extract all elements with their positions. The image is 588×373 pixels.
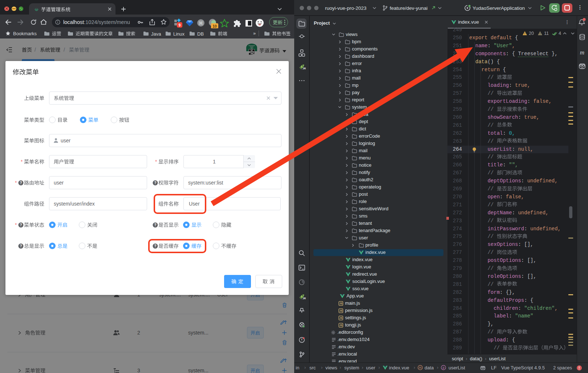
svg-text:⌘: ⌘ bbox=[199, 21, 203, 26]
svg-text:!: ! bbox=[540, 32, 541, 35]
svg-text:?: ? bbox=[20, 181, 22, 185]
svg-text:10: 10 bbox=[212, 24, 217, 28]
svg-text:m: m bbox=[580, 49, 584, 56]
svg-text:m: m bbox=[419, 366, 421, 369]
svg-text:?: ? bbox=[20, 223, 22, 227]
svg-text:JS: JS bbox=[340, 317, 343, 319]
svg-text:9: 9 bbox=[179, 23, 181, 27]
svg-text:?: ? bbox=[154, 223, 156, 227]
svg-text:JS: JS bbox=[340, 302, 343, 305]
svg-text:!: ! bbox=[524, 32, 526, 35]
svg-text:JS: JS bbox=[340, 324, 343, 327]
svg-text:JS: JS bbox=[340, 309, 343, 312]
svg-text:?: ? bbox=[154, 181, 156, 185]
svg-text:?: ? bbox=[20, 244, 22, 248]
svg-text:JR: JR bbox=[303, 297, 306, 300]
svg-text:JR: JR bbox=[303, 67, 306, 70]
svg-text:p: p bbox=[443, 366, 445, 369]
